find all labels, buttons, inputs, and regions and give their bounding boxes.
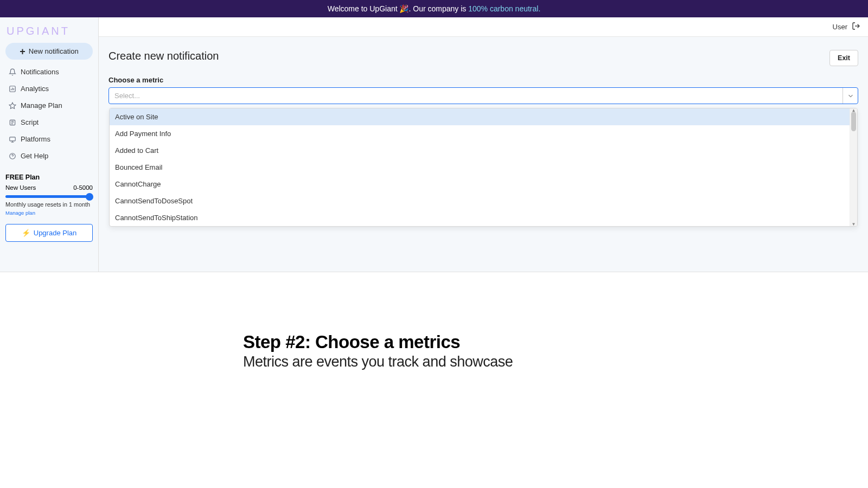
- metric-select-input[interactable]: [109, 88, 843, 104]
- scroll-down-icon[interactable]: ▼: [850, 222, 857, 227]
- sidebar-item-script[interactable]: Script: [5, 114, 93, 130]
- sidebar-item-notifications[interactable]: Notifications: [5, 64, 93, 80]
- metric-field-label: Choose a metric: [108, 76, 858, 84]
- script-icon: [9, 119, 16, 126]
- exit-button[interactable]: Exit: [829, 50, 858, 66]
- usage-slider[interactable]: [5, 195, 93, 198]
- plus-icon: +: [20, 48, 25, 55]
- new-notification-button[interactable]: + New notification: [5, 43, 93, 60]
- upgrade-plan-label: Upgrade Plan: [34, 229, 77, 237]
- plan-usage-row: New Users 0-5000: [5, 183, 93, 192]
- metric-dropdown: Active on Site Add Payment Info Added to…: [109, 108, 858, 227]
- slider-thumb[interactable]: [86, 193, 93, 201]
- svg-marker-1: [9, 102, 16, 108]
- metric-dropdown-list: Active on Site Add Payment Info Added to…: [110, 108, 850, 226]
- user-menu[interactable]: User: [833, 22, 860, 32]
- metric-option[interactable]: CannotSendToShipStation: [110, 209, 850, 226]
- sidebar-item-platforms[interactable]: Platforms: [5, 131, 93, 147]
- marketing-heading: Step #2: Choose a metrics: [243, 332, 868, 352]
- metric-option[interactable]: Active on Site: [110, 108, 850, 125]
- main-panel: User Create new notification Exit Choose…: [99, 17, 868, 272]
- metric-option[interactable]: Added to Cart: [110, 142, 850, 159]
- content-area: Create new notification Exit Choose a me…: [99, 37, 868, 272]
- sidebar-item-label: Get Help: [21, 152, 48, 160]
- dropdown-scrollbar[interactable]: ▲ ▼: [850, 108, 857, 226]
- metric-select[interactable]: Active on Site Add Payment Info Added to…: [108, 87, 858, 104]
- sidebar-item-analytics[interactable]: Analytics: [5, 81, 93, 97]
- page-header: Create new notification Exit: [108, 50, 858, 66]
- marketing-section: Step #2: Choose a metrics Metrics are ev…: [0, 272, 868, 370]
- manage-plan-link[interactable]: Manage plan: [5, 210, 35, 216]
- svg-rect-3: [10, 137, 16, 140]
- plan-metric-value: 0-5000: [73, 184, 93, 191]
- plan-box: FREE Plan New Users 0-5000 Monthly usage…: [5, 174, 93, 242]
- scroll-thumb[interactable]: [851, 112, 856, 131]
- sidebar-item-label: Script: [21, 118, 39, 126]
- sidebar-item-label: Notifications: [21, 68, 59, 76]
- sidebar-item-label: Analytics: [21, 85, 49, 93]
- sidebar-item-get-help[interactable]: Get Help: [5, 148, 93, 164]
- bolt-icon: ⚡: [22, 229, 30, 237]
- app-shell: UPGIANT + New notification Notifications…: [0, 17, 868, 272]
- topbar: User: [99, 17, 868, 37]
- bell-icon: [9, 68, 16, 76]
- metric-option[interactable]: Add Payment Info: [110, 125, 850, 142]
- plan-reset-text: Monthly usage resets in 1 month: [5, 201, 93, 208]
- banner-text: Welcome to UpGiant 🎉. Our company is: [328, 4, 469, 13]
- logout-icon: [852, 22, 860, 32]
- logo: UPGIANT: [5, 22, 93, 43]
- marketing-sub: Metrics are events you track and showcas…: [243, 354, 868, 370]
- sidebar-nav: Notifications Analytics Manage Plan Scri…: [5, 64, 93, 164]
- chart-icon: [9, 85, 16, 93]
- help-icon: [9, 152, 16, 160]
- sidebar: UPGIANT + New notification Notifications…: [0, 17, 99, 272]
- page-title: Create new notification: [108, 50, 219, 62]
- platforms-icon: [9, 136, 16, 143]
- upgrade-plan-button[interactable]: ⚡ Upgrade Plan: [5, 224, 93, 242]
- sidebar-item-label: Manage Plan: [21, 101, 62, 110]
- announcement-banner: Welcome to UpGiant 🎉. Our company is 100…: [0, 0, 868, 17]
- banner-link[interactable]: 100% carbon neutral.: [468, 4, 540, 13]
- chevron-down-icon[interactable]: [843, 88, 858, 104]
- sidebar-item-label: Platforms: [21, 135, 50, 143]
- plan-metric-label: New Users: [5, 184, 36, 191]
- metric-option[interactable]: Bounced Email: [110, 159, 850, 176]
- metric-option[interactable]: CannotSendToDoseSpot: [110, 192, 850, 209]
- metric-option[interactable]: CannotCharge: [110, 176, 850, 192]
- star-icon: [9, 102, 16, 110]
- sidebar-item-manage-plan[interactable]: Manage Plan: [5, 98, 93, 113]
- new-notification-label: New notification: [29, 47, 79, 55]
- plan-title: FREE Plan: [5, 174, 93, 181]
- user-label: User: [833, 23, 847, 31]
